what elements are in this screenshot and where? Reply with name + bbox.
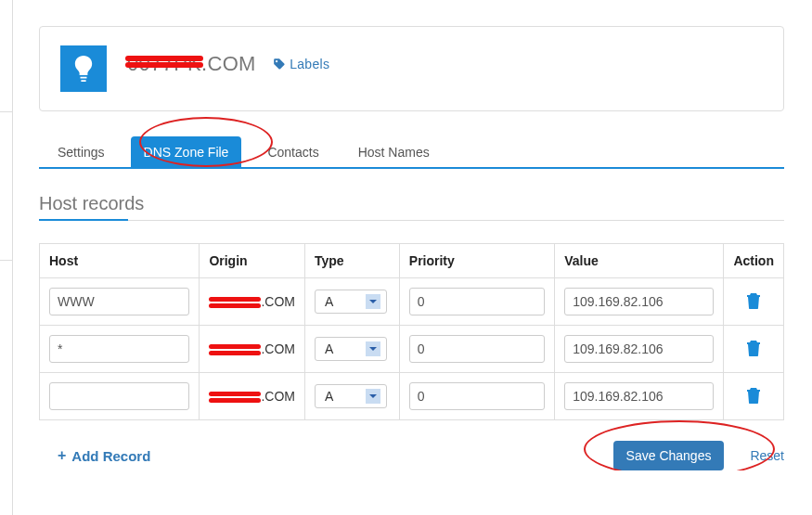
trash-icon — [746, 292, 761, 309]
origin-cell: .COM — [200, 278, 305, 326]
domain-suffix: .COM — [201, 52, 256, 75]
origin-cell: .COM — [200, 326, 305, 373]
add-record-button[interactable]: + Add Record — [58, 447, 150, 464]
col-type: Type — [304, 244, 399, 278]
tab-host-names[interactable]: Host Names — [345, 136, 443, 168]
delete-row-button[interactable] — [733, 340, 774, 356]
table-row: .COM A — [40, 326, 784, 373]
delete-row-button[interactable] — [733, 292, 774, 309]
domain-header-card: 0077PK .COM Labels — [39, 26, 784, 111]
trash-icon — [746, 340, 761, 356]
tab-dns-zone-file[interactable]: DNS Zone File — [131, 136, 242, 168]
host-input[interactable] — [49, 335, 189, 363]
host-input[interactable] — [49, 288, 189, 315]
save-changes-button[interactable]: Save Changes — [613, 441, 725, 470]
delete-row-button[interactable] — [733, 387, 774, 404]
plus-icon: + — [58, 447, 66, 464]
left-rail — [0, 0, 13, 470]
host-records-table: Host Origin Type Priority Value Action .… — [39, 243, 784, 420]
tabs: Settings DNS Zone File Contacts Host Nam… — [39, 135, 784, 169]
chevron-down-icon — [366, 294, 380, 309]
type-select[interactable]: A — [315, 384, 387, 408]
host-input[interactable] — [49, 382, 189, 410]
col-priority: Priority — [399, 244, 554, 278]
reset-link[interactable]: Reset — [750, 448, 784, 463]
chevron-down-icon — [366, 389, 380, 404]
table-row: .COM A — [40, 278, 784, 326]
domain-masked-text: 0077PK — [127, 52, 201, 76]
tag-icon — [273, 58, 286, 71]
table-row: .COM A — [40, 373, 784, 420]
col-action: Action — [724, 244, 784, 278]
type-select[interactable]: A — [315, 337, 387, 361]
col-origin: Origin — [200, 244, 305, 278]
chevron-down-icon — [366, 341, 380, 356]
col-value: Value — [555, 244, 724, 278]
domain-title: 0077PK .COM Labels — [127, 49, 329, 76]
origin-cell: .COM — [200, 373, 305, 420]
page: 0077PK .COM Labels Settings DNS Zone Fil… — [39, 0, 812, 470]
tab-settings[interactable]: Settings — [45, 136, 118, 168]
table-header-row: Host Origin Type Priority Value Action — [40, 244, 784, 278]
trash-icon — [746, 387, 761, 404]
labels-link[interactable]: Labels — [273, 57, 329, 71]
value-input[interactable] — [564, 382, 714, 410]
section-rule — [39, 220, 784, 221]
origin-masked — [209, 297, 261, 308]
origin-masked — [209, 344, 261, 355]
origin-masked — [209, 392, 261, 403]
priority-input[interactable] — [409, 288, 545, 315]
priority-input[interactable] — [409, 382, 545, 410]
type-select[interactable]: A — [315, 290, 387, 314]
section-title: Host records — [39, 193, 784, 214]
tab-contacts[interactable]: Contacts — [254, 136, 331, 168]
col-host: Host — [40, 244, 200, 278]
priority-input[interactable] — [409, 335, 545, 363]
footer-actions: + Add Record Save Changes Reset — [39, 441, 784, 470]
value-input[interactable] — [564, 288, 714, 315]
value-input[interactable] — [564, 335, 714, 363]
lightbulb-icon — [60, 45, 107, 92]
